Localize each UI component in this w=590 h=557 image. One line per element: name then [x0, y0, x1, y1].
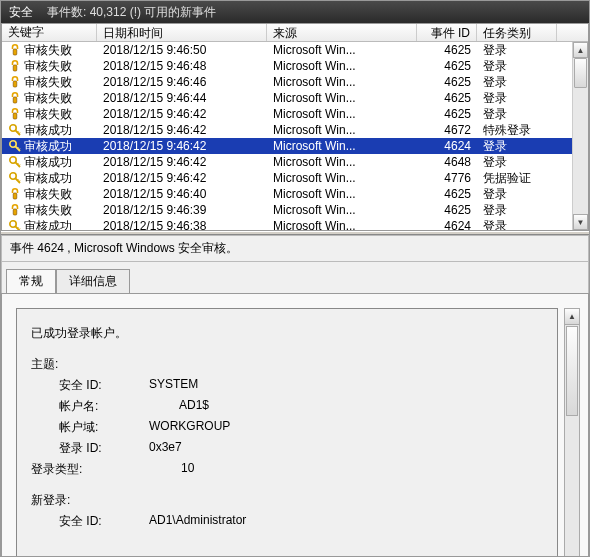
- event-rows: 审核失败2018/12/15 9:46:50Microsoft Win...46…: [2, 42, 588, 230]
- tab-general[interactable]: 常规: [6, 269, 56, 294]
- keyword-text: 审核成功: [24, 154, 72, 170]
- keyword-text: 审核失败: [24, 58, 72, 74]
- list-scrollbar[interactable]: ▲ ▼: [572, 42, 588, 230]
- source-cell: Microsoft Win...: [267, 42, 417, 58]
- detail-content: 已成功登录帐户。 主题: 安全 ID:SYSTEM 帐户名:AD1$ 帐户域:W…: [16, 308, 558, 557]
- scroll-down-button[interactable]: ▼: [573, 214, 588, 230]
- task-cell: 登录: [477, 42, 557, 58]
- lock-icon: [8, 43, 22, 57]
- newsid-value: AD1\Administrator: [149, 513, 246, 530]
- scroll-thumb[interactable]: [574, 58, 587, 88]
- table-row[interactable]: 审核成功2018/12/15 9:46:42Microsoft Win...46…: [2, 154, 588, 170]
- task-cell: 特殊登录: [477, 122, 557, 138]
- detail-scroll-thumb[interactable]: [566, 326, 578, 416]
- detail-header: 事件 4624 , Microsoft Windows 安全审核。: [1, 235, 589, 261]
- table-row[interactable]: 审核失败2018/12/15 9:46:40Microsoft Win...46…: [2, 186, 588, 202]
- detail-message: 已成功登录帐户。: [31, 325, 543, 342]
- source-cell: Microsoft Win...: [267, 186, 417, 202]
- event-id-cell: 4624: [417, 138, 477, 154]
- event-id-cell: 4624: [417, 218, 477, 230]
- detail-pane: 已成功登录帐户。 主题: 安全 ID:SYSTEM 帐户名:AD1$ 帐户域:W…: [1, 293, 589, 557]
- task-cell: 登录: [477, 186, 557, 202]
- keyword-text: 审核失败: [24, 74, 72, 90]
- event-id-cell: 4625: [417, 58, 477, 74]
- datetime-cell: 2018/12/15 9:46:42: [97, 138, 267, 154]
- key-icon: [8, 139, 22, 153]
- col-task[interactable]: 任务类别: [477, 24, 557, 41]
- lock-icon: [8, 203, 22, 217]
- acct-value: AD1$: [179, 398, 209, 415]
- logontype-label: 登录类型:: [31, 461, 121, 478]
- keyword-text: 审核失败: [24, 90, 72, 106]
- detail-tabs: 常规 详细信息: [1, 261, 589, 293]
- keyword-text: 审核成功: [24, 122, 72, 138]
- lock-icon: [8, 187, 22, 201]
- task-cell: 登录: [477, 74, 557, 90]
- subject-section-label: 主题:: [31, 356, 543, 373]
- table-row[interactable]: 审核失败2018/12/15 9:46:42Microsoft Win...46…: [2, 106, 588, 122]
- source-cell: Microsoft Win...: [267, 122, 417, 138]
- detail-scrollbar[interactable]: ▲: [564, 308, 580, 557]
- event-id-cell: 4672: [417, 122, 477, 138]
- table-row[interactable]: 审核失败2018/12/15 9:46:44Microsoft Win...46…: [2, 90, 588, 106]
- source-cell: Microsoft Win...: [267, 138, 417, 154]
- logonid-label: 登录 ID:: [59, 440, 149, 457]
- datetime-cell: 2018/12/15 9:46:42: [97, 154, 267, 170]
- acct-label: 帐户名:: [59, 398, 149, 415]
- sid-label: 安全 ID:: [59, 377, 149, 394]
- titlebar: 安全 事件数: 40,312 (!) 可用的新事件: [1, 1, 589, 23]
- task-cell: 登录: [477, 58, 557, 74]
- scroll-up-button[interactable]: ▲: [573, 42, 588, 58]
- svg-rect-9: [13, 193, 17, 199]
- event-id-cell: 4625: [417, 42, 477, 58]
- table-row[interactable]: 审核成功2018/12/15 9:46:42Microsoft Win...46…: [2, 138, 588, 154]
- task-cell: 登录: [477, 202, 557, 218]
- task-cell: 登录: [477, 218, 557, 230]
- event-id-cell: 4776: [417, 170, 477, 186]
- detail-scroll-up[interactable]: ▲: [565, 309, 579, 325]
- table-row[interactable]: 审核成功2018/12/15 9:46:38Microsoft Win...46…: [2, 218, 588, 230]
- keyword-text: 审核成功: [24, 218, 72, 230]
- table-row[interactable]: 审核成功2018/12/15 9:46:42Microsoft Win...47…: [2, 170, 588, 186]
- source-cell: Microsoft Win...: [267, 58, 417, 74]
- col-event-id[interactable]: 事件 ID: [417, 24, 477, 41]
- svg-rect-1: [13, 65, 17, 71]
- tab-details[interactable]: 详细信息: [56, 269, 130, 294]
- col-keyword[interactable]: 关键字: [2, 24, 97, 41]
- sid-value: SYSTEM: [149, 377, 198, 394]
- event-id-cell: 4625: [417, 106, 477, 122]
- lock-icon: [8, 91, 22, 105]
- source-cell: Microsoft Win...: [267, 154, 417, 170]
- datetime-cell: 2018/12/15 9:46:42: [97, 170, 267, 186]
- source-cell: Microsoft Win...: [267, 218, 417, 230]
- keyword-text: 审核成功: [24, 170, 72, 186]
- col-source[interactable]: 来源: [267, 24, 417, 41]
- datetime-cell: 2018/12/15 9:46:42: [97, 106, 267, 122]
- logonid-value: 0x3e7: [149, 440, 182, 457]
- table-row[interactable]: 审核失败2018/12/15 9:46:39Microsoft Win...46…: [2, 202, 588, 218]
- event-id-cell: 4648: [417, 154, 477, 170]
- datetime-cell: 2018/12/15 9:46:39: [97, 202, 267, 218]
- table-row[interactable]: 审核失败2018/12/15 9:46:50Microsoft Win...46…: [2, 42, 588, 58]
- svg-rect-0: [13, 49, 17, 55]
- datetime-cell: 2018/12/15 9:46:44: [97, 90, 267, 106]
- svg-rect-3: [13, 97, 17, 103]
- keyword-text: 审核失败: [24, 186, 72, 202]
- task-cell: 登录: [477, 106, 557, 122]
- keyword-text: 审核失败: [24, 106, 72, 122]
- key-icon: [8, 155, 22, 169]
- lock-icon: [8, 75, 22, 89]
- svg-rect-2: [13, 81, 17, 87]
- keyword-text: 审核成功: [24, 138, 72, 154]
- table-row[interactable]: 审核失败2018/12/15 9:46:46Microsoft Win...46…: [2, 74, 588, 90]
- datetime-cell: 2018/12/15 9:46:40: [97, 186, 267, 202]
- source-cell: Microsoft Win...: [267, 74, 417, 90]
- datetime-cell: 2018/12/15 9:46:38: [97, 218, 267, 230]
- table-row[interactable]: 审核失败2018/12/15 9:46:48Microsoft Win...46…: [2, 58, 588, 74]
- task-cell: 登录: [477, 154, 557, 170]
- newsid-label: 安全 ID:: [59, 513, 149, 530]
- table-row[interactable]: 审核成功2018/12/15 9:46:42Microsoft Win...46…: [2, 122, 588, 138]
- col-datetime[interactable]: 日期和时间: [97, 24, 267, 41]
- logontype-value: 10: [181, 461, 194, 478]
- event-list: 关键字 日期和时间 来源 事件 ID 任务类别 审核失败2018/12/15 9…: [1, 23, 589, 231]
